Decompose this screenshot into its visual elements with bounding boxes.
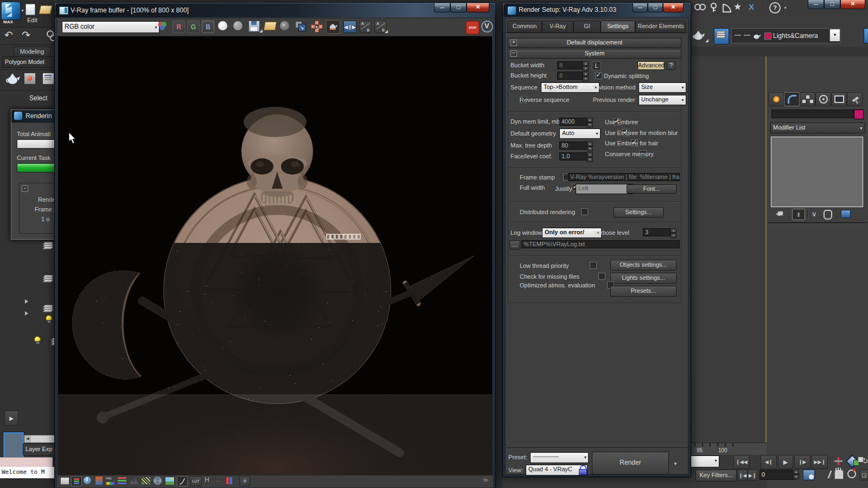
red-channel-button[interactable]: R xyxy=(173,21,185,33)
lights-settings-button[interactable]: Lights settings... xyxy=(610,273,676,284)
previous-render-dropdown[interactable]: Unchange xyxy=(639,95,686,105)
force-color-clamping-icon[interactable] xyxy=(95,477,103,485)
verbose-level-spinner[interactable]: ▲▼ xyxy=(671,228,676,238)
rollout-expand-icon[interactable]: + xyxy=(510,40,517,46)
maxscript-listener[interactable]: Welcome to M xyxy=(0,467,54,478)
white-balance-wheel-icon[interactable] xyxy=(154,477,162,485)
dyn-mem-field[interactable]: 4000 xyxy=(559,118,589,126)
star-favorites-icon[interactable]: ★ xyxy=(733,1,742,12)
monochrome-icon[interactable] xyxy=(233,21,242,30)
previous-frame-button[interactable]: ◀❙ xyxy=(761,455,777,469)
max-menu-caret-icon[interactable]: ▼ xyxy=(21,9,24,12)
rollout-collapse-icon[interactable]: − xyxy=(510,50,517,57)
current-frame-field[interactable]: 0 xyxy=(760,470,795,480)
show-alpha-icon[interactable] xyxy=(218,21,227,30)
advanced-button[interactable]: Advanced xyxy=(637,61,665,70)
go-to-start-button[interactable]: ❙◀◀ xyxy=(733,455,750,469)
color-swatch[interactable] xyxy=(3,432,24,460)
save-image-icon[interactable] xyxy=(248,21,260,32)
vfb-channel-dropdown[interactable]: RGB color xyxy=(62,21,159,33)
max-logo-icon[interactable] xyxy=(1,2,21,20)
sequence-dropdown[interactable]: Top->Bottom xyxy=(541,82,599,93)
exposure-image-icon[interactable] xyxy=(165,477,175,485)
snap-cubes-icon[interactable] xyxy=(853,457,864,466)
remove-modifier-button[interactable] xyxy=(824,210,832,220)
tab-create[interactable] xyxy=(768,92,784,106)
division-method-dropdown[interactable]: Size xyxy=(639,82,686,93)
key-filters-button[interactable]: Key Filters... xyxy=(695,470,737,481)
justify-dropdown[interactable]: Left xyxy=(576,184,633,194)
face-level-spinner[interactable]: ▲▼ xyxy=(587,152,593,162)
tab-hierarchy[interactable] xyxy=(800,92,815,106)
horizontal-scrollbar[interactable]: ◀ xyxy=(24,435,55,443)
time-configuration-icon[interactable] xyxy=(803,470,815,480)
frame-stamp-field[interactable]: V-Ray %vrayversion | file: %filename | f… xyxy=(568,173,680,181)
lock-bucket-button[interactable]: L xyxy=(592,61,601,70)
teapot-icon[interactable] xyxy=(692,29,705,41)
expand-arrow-icon[interactable] xyxy=(25,311,28,316)
distributed-rendering-checkbox[interactable] xyxy=(581,208,588,215)
presets-button[interactable]: Presets... xyxy=(610,286,676,297)
modifier-list-dropdown[interactable]: Modifier List xyxy=(770,123,865,133)
color-balance-icon[interactable] xyxy=(118,477,126,484)
advanced-help-button[interactable]: ? xyxy=(667,61,675,70)
log-path-field[interactable]: %TEMP%\VRayLog.txt xyxy=(521,240,680,248)
ribbon-tab-modeling[interactable]: Modeling xyxy=(14,47,50,57)
expand-panel-button[interactable]: ▶ xyxy=(4,410,18,426)
stop-render-button[interactable]: STOP xyxy=(465,21,480,35)
new-file-icon[interactable] xyxy=(25,4,35,15)
hsl-icon[interactable]: HSL xyxy=(106,477,114,485)
vfb-close-button[interactable] xyxy=(467,3,489,12)
key-step-forward-button[interactable]: ▶❙ xyxy=(748,470,757,481)
track-mouse-icon[interactable]: ↖ xyxy=(311,21,322,31)
app-maximize-button[interactable] xyxy=(824,0,840,9)
dynamic-splitting-checkbox[interactable] xyxy=(595,72,602,79)
groupbox-collapse-toggle[interactable]: - xyxy=(22,185,28,192)
viewport-sliver[interactable] xyxy=(690,56,765,442)
help-caret-icon[interactable]: ▼ xyxy=(783,6,787,10)
load-image-icon[interactable] xyxy=(264,22,277,30)
key-step-back-button[interactable]: ❙◀ xyxy=(738,470,748,481)
tab-settings[interactable]: Settings xyxy=(601,21,635,33)
stereo-icon[interactable] xyxy=(226,477,233,484)
layer-icon[interactable] xyxy=(43,242,53,249)
rgb-channels-icon[interactable] xyxy=(157,21,169,32)
bucket-width-spinner[interactable]: ▲▼ xyxy=(583,61,589,71)
rendered-frame-icon[interactable] xyxy=(24,73,36,85)
rs-restore-button[interactable] xyxy=(648,3,663,12)
render-flyout-caret-icon[interactable]: ▼ xyxy=(673,461,678,466)
selection-filter-dropdown[interactable]: Lights&Camera ▼ xyxy=(731,28,841,43)
scrollbar-left-arrow[interactable]: ◀ xyxy=(24,435,31,442)
tab-motion[interactable] xyxy=(815,92,831,106)
maxscript-mini-listener-pink[interactable] xyxy=(0,457,53,467)
make-unique-button[interactable]: ∨ xyxy=(812,210,817,218)
key-icon[interactable] xyxy=(710,3,718,12)
render-setup-icon[interactable] xyxy=(42,73,54,85)
vfb-titlebar[interactable]: V-Ray frame buffer - [100% of 800 x 800] xyxy=(55,3,495,17)
go-to-end-button[interactable]: ▶▶❙ xyxy=(812,455,828,469)
footer-expand-chevron-icon[interactable]: ≫ xyxy=(482,477,489,484)
default-geometry-dropdown[interactable]: Auto xyxy=(559,129,601,139)
lut-icon[interactable]: LUT xyxy=(190,476,202,486)
check-missing-files-checkbox[interactable] xyxy=(598,273,605,280)
verbose-level-field[interactable]: 3 xyxy=(643,228,673,236)
levels-histogram-icon[interactable] xyxy=(130,477,138,484)
log-window-dropdown[interactable]: Only on error/ xyxy=(542,228,602,238)
modifier-stack[interactable] xyxy=(771,137,863,207)
render-setup-titlebar[interactable]: Render Setup: V-Ray Adv 3.10.03 xyxy=(503,3,690,17)
curve-editor-icon[interactable] xyxy=(177,476,188,486)
render-button[interactable]: Render xyxy=(592,452,669,474)
frame-spinner[interactable]: ▲▼ xyxy=(793,470,799,479)
dropdown-arrow[interactable]: ▼ xyxy=(829,29,840,41)
scene-explorer-button[interactable] xyxy=(714,28,729,44)
icc-profile-icon[interactable]: H xyxy=(205,476,209,484)
track-bar[interactable]: 95 100 xyxy=(690,442,767,455)
history-folder-icon[interactable] xyxy=(60,477,69,485)
orbit-icon[interactable] xyxy=(847,470,857,479)
help-icon[interactable]: ? xyxy=(769,2,781,14)
low-thread-priority-checkbox[interactable] xyxy=(590,262,597,269)
pin-stack-button[interactable] xyxy=(776,210,786,218)
color-corrections-icon[interactable] xyxy=(71,476,82,486)
bucket-height-spinner[interactable]: ▲▼ xyxy=(583,72,589,81)
max-tree-depth-field[interactable]: 80 xyxy=(559,142,589,150)
